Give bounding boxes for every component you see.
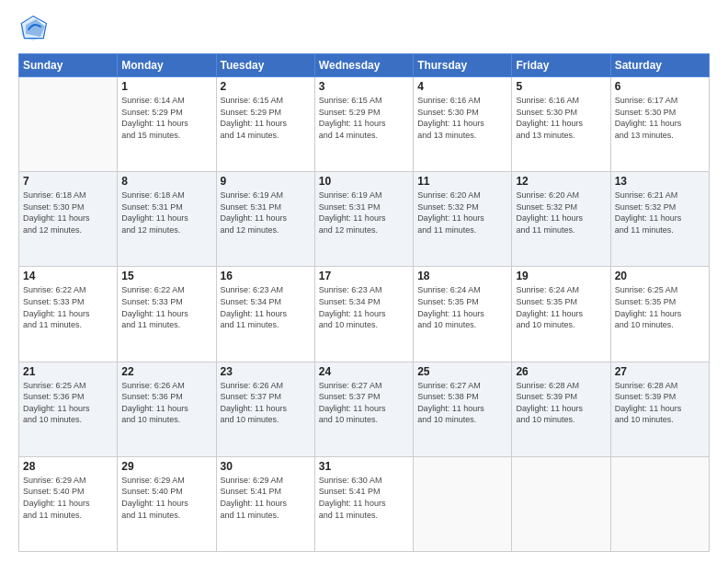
day-number: 4 — [417, 80, 507, 93]
calendar-week-2: 14Sunrise: 6:22 AM Sunset: 5:33 PM Dayli… — [19, 267, 710, 362]
day-number: 19 — [516, 270, 606, 282]
calendar-cell: 14Sunrise: 6:22 AM Sunset: 5:33 PM Dayli… — [19, 267, 118, 362]
calendar-cell: 12Sunrise: 6:20 AM Sunset: 5:32 PM Dayli… — [512, 172, 610, 267]
day-number: 3 — [319, 80, 409, 93]
day-info: Sunrise: 6:19 AM Sunset: 5:31 PM Dayligh… — [221, 190, 311, 236]
calendar-week-0: 1Sunrise: 6:14 AM Sunset: 5:29 PM Daylig… — [19, 77, 710, 172]
day-info: Sunrise: 6:26 AM Sunset: 5:36 PM Dayligh… — [121, 380, 211, 426]
day-info: Sunrise: 6:18 AM Sunset: 5:31 PM Dayligh… — [121, 190, 211, 236]
calendar-cell — [19, 77, 118, 172]
day-number: 6 — [615, 80, 705, 93]
weekday-header-wednesday: Wednesday — [314, 54, 413, 77]
weekday-header-friday: Friday — [512, 54, 610, 77]
day-number: 20 — [615, 270, 705, 282]
day-number: 5 — [516, 80, 606, 93]
day-number: 21 — [23, 365, 113, 378]
day-info: Sunrise: 6:28 AM Sunset: 5:39 PM Dayligh… — [615, 380, 705, 426]
header — [18, 15, 710, 44]
day-number: 10 — [319, 175, 409, 188]
calendar-cell: 4Sunrise: 6:16 AM Sunset: 5:30 PM Daylig… — [414, 77, 512, 172]
calendar-cell: 25Sunrise: 6:27 AM Sunset: 5:38 PM Dayli… — [414, 362, 512, 456]
day-info: Sunrise: 6:29 AM Sunset: 5:40 PM Dayligh… — [23, 475, 113, 521]
weekday-header-thursday: Thursday — [414, 54, 512, 77]
day-info: Sunrise: 6:16 AM Sunset: 5:30 PM Dayligh… — [417, 95, 507, 141]
day-number: 25 — [417, 365, 507, 378]
calendar-cell: 16Sunrise: 6:23 AM Sunset: 5:34 PM Dayli… — [216, 267, 314, 362]
day-number: 23 — [221, 365, 311, 378]
day-number: 16 — [221, 270, 311, 282]
calendar-cell: 27Sunrise: 6:28 AM Sunset: 5:39 PM Dayli… — [610, 362, 709, 456]
calendar-cell: 9Sunrise: 6:19 AM Sunset: 5:31 PM Daylig… — [216, 172, 314, 267]
day-info: Sunrise: 6:15 AM Sunset: 5:29 PM Dayligh… — [319, 95, 409, 141]
day-number: 8 — [121, 175, 211, 188]
calendar-cell: 13Sunrise: 6:21 AM Sunset: 5:32 PM Dayli… — [610, 172, 709, 267]
day-info: Sunrise: 6:17 AM Sunset: 5:30 PM Dayligh… — [615, 95, 705, 141]
day-number: 7 — [23, 175, 113, 188]
calendar-cell: 23Sunrise: 6:26 AM Sunset: 5:37 PM Dayli… — [216, 362, 314, 456]
day-info: Sunrise: 6:25 AM Sunset: 5:35 PM Dayligh… — [615, 284, 705, 330]
calendar-cell: 22Sunrise: 6:26 AM Sunset: 5:36 PM Dayli… — [118, 362, 216, 456]
calendar-cell: 6Sunrise: 6:17 AM Sunset: 5:30 PM Daylig… — [610, 77, 709, 172]
day-info: Sunrise: 6:21 AM Sunset: 5:32 PM Dayligh… — [615, 190, 705, 236]
calendar-cell: 18Sunrise: 6:24 AM Sunset: 5:35 PM Dayli… — [414, 267, 512, 362]
calendar-cell: 30Sunrise: 6:29 AM Sunset: 5:41 PM Dayli… — [216, 456, 314, 551]
day-number: 30 — [221, 460, 311, 473]
day-info: Sunrise: 6:28 AM Sunset: 5:39 PM Dayligh… — [516, 380, 606, 426]
calendar-cell: 11Sunrise: 6:20 AM Sunset: 5:32 PM Dayli… — [414, 172, 512, 267]
logo — [18, 15, 51, 44]
day-number: 1 — [121, 80, 211, 93]
calendar-cell: 3Sunrise: 6:15 AM Sunset: 5:29 PM Daylig… — [314, 77, 413, 172]
day-number: 18 — [417, 270, 507, 282]
day-info: Sunrise: 6:27 AM Sunset: 5:38 PM Dayligh… — [417, 380, 507, 426]
day-info: Sunrise: 6:20 AM Sunset: 5:32 PM Dayligh… — [516, 190, 606, 236]
weekday-header-saturday: Saturday — [610, 54, 709, 77]
day-info: Sunrise: 6:20 AM Sunset: 5:32 PM Dayligh… — [417, 190, 507, 236]
calendar-cell: 26Sunrise: 6:28 AM Sunset: 5:39 PM Dayli… — [512, 362, 610, 456]
day-number: 31 — [319, 460, 409, 473]
calendar-table: SundayMondayTuesdayWednesdayThursdayFrid… — [18, 53, 710, 552]
calendar-cell — [414, 456, 512, 551]
day-number: 24 — [319, 365, 409, 378]
day-info: Sunrise: 6:24 AM Sunset: 5:35 PM Dayligh… — [417, 284, 507, 330]
day-number: 26 — [516, 365, 606, 378]
day-number: 11 — [417, 175, 507, 188]
day-info: Sunrise: 6:19 AM Sunset: 5:31 PM Dayligh… — [319, 190, 409, 236]
day-number: 12 — [516, 175, 606, 188]
page: SundayMondayTuesdayWednesdayThursdayFrid… — [0, 0, 728, 563]
calendar-cell: 15Sunrise: 6:22 AM Sunset: 5:33 PM Dayli… — [118, 267, 216, 362]
calendar-cell: 17Sunrise: 6:23 AM Sunset: 5:34 PM Dayli… — [314, 267, 413, 362]
calendar-cell — [512, 456, 610, 551]
day-info: Sunrise: 6:29 AM Sunset: 5:41 PM Dayligh… — [221, 475, 311, 521]
calendar-cell: 21Sunrise: 6:25 AM Sunset: 5:36 PM Dayli… — [19, 362, 118, 456]
day-number: 9 — [221, 175, 311, 188]
logo-icon — [18, 15, 48, 44]
day-info: Sunrise: 6:18 AM Sunset: 5:30 PM Dayligh… — [23, 190, 113, 236]
day-info: Sunrise: 6:14 AM Sunset: 5:29 PM Dayligh… — [121, 95, 211, 141]
day-info: Sunrise: 6:30 AM Sunset: 5:41 PM Dayligh… — [319, 475, 409, 521]
day-info: Sunrise: 6:25 AM Sunset: 5:36 PM Dayligh… — [23, 380, 113, 426]
day-number: 22 — [121, 365, 211, 378]
day-number: 13 — [615, 175, 705, 188]
calendar-cell: 5Sunrise: 6:16 AM Sunset: 5:30 PM Daylig… — [512, 77, 610, 172]
calendar-cell: 24Sunrise: 6:27 AM Sunset: 5:37 PM Dayli… — [314, 362, 413, 456]
day-info: Sunrise: 6:15 AM Sunset: 5:29 PM Dayligh… — [221, 95, 311, 141]
weekday-header-monday: Monday — [118, 54, 216, 77]
day-number: 27 — [615, 365, 705, 378]
calendar-cell: 19Sunrise: 6:24 AM Sunset: 5:35 PM Dayli… — [512, 267, 610, 362]
day-number: 28 — [23, 460, 113, 473]
calendar-cell: 8Sunrise: 6:18 AM Sunset: 5:31 PM Daylig… — [118, 172, 216, 267]
day-info: Sunrise: 6:22 AM Sunset: 5:33 PM Dayligh… — [121, 284, 211, 330]
day-number: 14 — [23, 270, 113, 282]
day-info: Sunrise: 6:24 AM Sunset: 5:35 PM Dayligh… — [516, 284, 606, 330]
day-number: 15 — [121, 270, 211, 282]
day-info: Sunrise: 6:29 AM Sunset: 5:40 PM Dayligh… — [121, 475, 211, 521]
calendar-cell: 28Sunrise: 6:29 AM Sunset: 5:40 PM Dayli… — [19, 456, 118, 551]
weekday-header-sunday: Sunday — [19, 54, 118, 77]
calendar-cell: 10Sunrise: 6:19 AM Sunset: 5:31 PM Dayli… — [314, 172, 413, 267]
calendar-cell: 2Sunrise: 6:15 AM Sunset: 5:29 PM Daylig… — [216, 77, 314, 172]
day-info: Sunrise: 6:23 AM Sunset: 5:34 PM Dayligh… — [221, 284, 311, 330]
calendar-week-1: 7Sunrise: 6:18 AM Sunset: 5:30 PM Daylig… — [19, 172, 710, 267]
day-number: 29 — [121, 460, 211, 473]
day-info: Sunrise: 6:22 AM Sunset: 5:33 PM Dayligh… — [23, 284, 113, 330]
day-info: Sunrise: 6:26 AM Sunset: 5:37 PM Dayligh… — [221, 380, 311, 426]
